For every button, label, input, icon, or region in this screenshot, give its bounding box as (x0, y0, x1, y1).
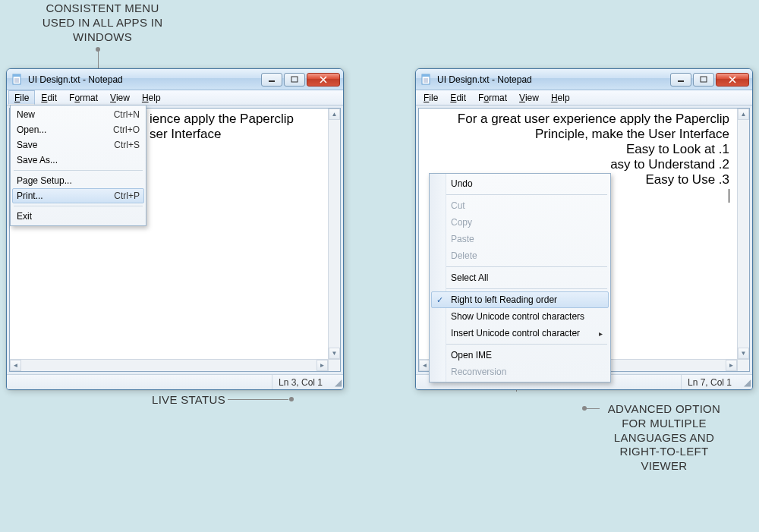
callout-dot (582, 406, 587, 411)
menu-separator (433, 288, 607, 289)
context-item-rtl[interactable]: ✓ Right to left Reading order (431, 291, 609, 308)
text-line: ser Interface (150, 127, 335, 142)
menu-item-save-as[interactable]: Save As... (12, 153, 144, 168)
menubar: File Edit Format View Help (416, 90, 752, 105)
callout-dot (96, 47, 100, 52)
maximize-button[interactable] (284, 73, 305, 87)
notepad-window-left: UI Design.txt - Notepad File Edit Format… (6, 68, 344, 390)
scroll-right-icon[interactable]: ► (317, 360, 328, 371)
menu-view[interactable]: View (104, 90, 136, 105)
annotation-menu: CONSISTENT MENU USED IN ALL APPS IN WIND… (30, 2, 175, 44)
menu-item-new[interactable]: NewCtrl+N (12, 107, 144, 122)
menu-item-exit[interactable]: Exit (12, 209, 144, 224)
maximize-button[interactable] (693, 73, 714, 87)
scroll-corner (328, 359, 340, 371)
menu-format[interactable]: Format (63, 90, 104, 105)
menu-edit[interactable]: Edit (444, 90, 472, 105)
horizontal-scrollbar[interactable]: ◄ ► (10, 359, 328, 371)
menu-view[interactable]: View (513, 90, 545, 105)
menu-separator (14, 170, 143, 171)
menu-file[interactable]: File (417, 90, 444, 105)
context-item-select-all[interactable]: Select All (431, 269, 609, 286)
svg-rect-15 (701, 77, 707, 82)
text-line: asy to Understand .2 (424, 157, 729, 172)
notepad-icon (11, 74, 24, 86)
menu-edit[interactable]: Edit (35, 90, 63, 105)
menu-separator (433, 344, 607, 345)
vertical-scrollbar[interactable]: ▲ ▼ (328, 109, 340, 359)
menu-item-page-setup[interactable]: Page Setup... (12, 173, 144, 188)
context-item-reconversion[interactable]: Reconversion (431, 364, 609, 380)
svg-rect-6 (291, 77, 298, 82)
titlebar[interactable]: UI Design.txt - Notepad (7, 69, 343, 90)
menu-help[interactable]: Help (136, 90, 167, 105)
scroll-down-icon[interactable]: ▼ (738, 348, 749, 359)
callout-line (228, 399, 288, 400)
scroll-down-icon[interactable]: ▼ (329, 348, 340, 359)
callout-line (586, 408, 600, 409)
statusbar: Ln 3, Col 1 ◢ (7, 374, 343, 389)
checkmark-icon: ✓ (436, 295, 443, 305)
context-item-open-ime[interactable]: Open IME (431, 347, 609, 364)
vertical-scrollbar[interactable]: ▲ ▼ (737, 109, 749, 359)
menu-item-print[interactable]: Print...Ctrl+P (12, 188, 144, 203)
scroll-right-icon[interactable]: ► (726, 360, 737, 371)
annotation-live-status: LIVE STATUS (152, 393, 225, 408)
menu-help[interactable]: Help (545, 90, 576, 105)
callout-dot (289, 397, 294, 401)
submenu-arrow-icon: ▸ (599, 329, 603, 338)
menu-item-save[interactable]: SaveCtrl+S (12, 137, 144, 153)
context-item-cut[interactable]: Cut (431, 197, 609, 214)
text-line: For a great user experience apply the Pa… (424, 112, 729, 127)
scroll-left-icon[interactable]: ◄ (10, 360, 21, 371)
scroll-corner (737, 359, 749, 371)
context-item-show-unicode[interactable]: Show Unicode control characters (431, 308, 609, 325)
context-item-paste[interactable]: Paste (431, 231, 609, 247)
resize-grip-icon[interactable]: ◢ (332, 375, 343, 389)
menubar: File Edit Format View Help (7, 90, 343, 105)
minimize-button[interactable] (261, 73, 282, 87)
scroll-up-icon[interactable]: ▲ (329, 109, 340, 120)
svg-rect-10 (422, 74, 430, 77)
text-line: Principle, make the User Interface (424, 127, 729, 142)
menu-item-open[interactable]: Open...Ctrl+O (12, 122, 144, 137)
status-position: Ln 7, Col 1 (681, 375, 742, 389)
resize-grip-icon[interactable]: ◢ (742, 375, 752, 389)
context-item-undo[interactable]: Undo (431, 175, 609, 192)
minimize-button[interactable] (670, 73, 691, 87)
text-line: Easy to Look at .1 (424, 142, 729, 157)
context-item-insert-unicode[interactable]: Insert Unicode control character▸ (431, 325, 609, 342)
svg-rect-1 (13, 74, 20, 77)
context-item-copy[interactable]: Copy (431, 214, 609, 231)
annotation-rtl: ADVANCED OPTION FOR MULTIPLE LANGUAGES A… (603, 402, 725, 474)
window-title: UI Design.txt - Notepad (28, 74, 257, 85)
menu-separator (14, 206, 143, 206)
scroll-up-icon[interactable]: ▲ (738, 109, 749, 120)
menu-separator (433, 194, 607, 195)
callout-line (98, 50, 99, 68)
text-line: ience apply the Paperclip (150, 112, 335, 127)
notepad-icon (420, 74, 433, 86)
context-menu: Undo Cut Copy Paste Delete Select All ✓ … (429, 173, 611, 382)
close-button[interactable] (307, 73, 340, 87)
window-controls (670, 73, 749, 87)
menu-file[interactable]: File (8, 90, 35, 105)
menu-format[interactable]: Format (472, 90, 513, 105)
titlebar[interactable]: UI Design.txt - Notepad (416, 69, 752, 90)
window-controls (261, 73, 340, 87)
text-caret (729, 189, 729, 203)
menu-separator (433, 266, 607, 267)
status-position: Ln 3, Col 1 (272, 375, 332, 389)
window-title: UI Design.txt - Notepad (437, 74, 666, 85)
close-button[interactable] (716, 73, 749, 87)
context-item-delete[interactable]: Delete (431, 247, 609, 264)
file-menu-dropdown: NewCtrl+N Open...Ctrl+O SaveCtrl+S Save … (10, 105, 146, 226)
